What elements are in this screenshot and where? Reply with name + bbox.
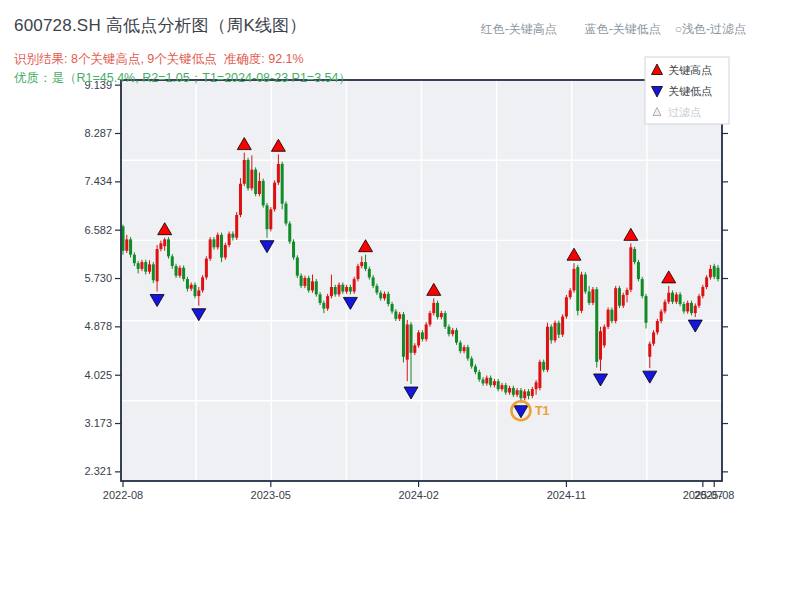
candle	[591, 287, 594, 305]
candle-body	[406, 324, 409, 359]
candle	[239, 178, 242, 217]
candle-body	[485, 378, 488, 384]
candle	[356, 264, 359, 282]
candle-body	[383, 294, 386, 299]
candle-body	[413, 345, 416, 352]
candle-body	[292, 242, 295, 258]
candle-body	[269, 209, 272, 229]
candle-body	[334, 287, 337, 294]
candle	[629, 243, 632, 292]
candle-body	[584, 275, 587, 292]
candle-body	[277, 164, 280, 183]
quality-line: 优质：是（R1=45.4%, R2=1.05；T1=2024-08-23 P1=…	[14, 70, 351, 87]
candle	[561, 314, 564, 337]
candle-body	[341, 285, 344, 292]
candle-body	[281, 164, 284, 204]
candle	[713, 264, 716, 279]
y-tick-label: 6.582	[84, 224, 112, 236]
candle-body	[546, 327, 549, 370]
candle-body	[644, 296, 647, 323]
candle-body	[432, 303, 435, 313]
candle	[584, 272, 587, 294]
candle-body	[322, 303, 325, 309]
candle	[353, 277, 356, 294]
candle-body	[610, 310, 613, 321]
x-tick-label: 2022-08	[103, 489, 143, 501]
kline-candlestick-chart: 9.1398.2877.4346.5825.7304.8784.0253.173…	[0, 0, 800, 600]
candle	[292, 239, 295, 259]
candle	[610, 307, 613, 323]
candle	[652, 330, 655, 346]
candle-body	[527, 391, 530, 396]
candle-body	[190, 285, 193, 289]
y-tick-label: 3.173	[84, 417, 112, 429]
candle-body	[648, 344, 651, 357]
candle-body	[591, 289, 594, 303]
candle-body	[713, 266, 716, 277]
candle	[614, 286, 617, 323]
candle-body	[402, 314, 405, 357]
candle-body	[516, 390, 519, 395]
candle-body	[569, 290, 572, 297]
candle	[618, 286, 621, 308]
candle-body	[470, 358, 473, 366]
candle-body	[137, 263, 140, 269]
candle-body	[273, 183, 276, 210]
candle-body	[459, 343, 462, 352]
candle	[182, 265, 185, 281]
legend-item-label: 关键高点	[668, 64, 712, 76]
candle-body	[394, 311, 397, 318]
y-tick-label: 7.434	[84, 175, 112, 187]
candle	[281, 162, 284, 210]
candle	[201, 275, 204, 293]
y-tick-label: 8.287	[84, 127, 112, 139]
candle-body	[660, 311, 663, 321]
candle-body	[595, 289, 598, 362]
candle-body	[565, 297, 568, 316]
candle	[402, 312, 405, 362]
candle-body	[694, 306, 697, 313]
candle-body	[201, 277, 204, 290]
candle-body	[345, 287, 348, 292]
candle-body	[428, 313, 431, 324]
candle-body	[444, 313, 447, 327]
y-tick-label: 4.878	[84, 320, 112, 332]
candle-body	[148, 264, 151, 271]
candle	[656, 319, 659, 335]
candle-body	[349, 287, 352, 292]
candle-body	[258, 181, 261, 194]
candle-body	[633, 249, 636, 262]
candle	[224, 243, 227, 260]
candle-body	[425, 324, 428, 339]
candle-body	[572, 269, 575, 291]
candle-body	[663, 302, 666, 312]
candle-body	[656, 321, 659, 332]
candle-body	[489, 378, 492, 385]
candle-body	[607, 310, 610, 327]
candle-body	[679, 294, 682, 304]
candle-body	[152, 264, 155, 280]
candle-body	[228, 234, 231, 245]
candle-body	[717, 268, 720, 279]
candle-body	[588, 292, 591, 303]
candle	[122, 225, 125, 255]
candle-body	[254, 170, 257, 194]
candle-body	[675, 294, 678, 301]
candle-body	[417, 332, 420, 345]
candle	[607, 307, 610, 329]
candle-body	[266, 205, 269, 229]
candle-body	[550, 327, 553, 341]
candle-body	[690, 303, 693, 313]
candle-body	[262, 181, 265, 205]
candle-body	[474, 366, 477, 372]
candle-body	[171, 256, 174, 266]
candle-body	[686, 303, 689, 312]
candle-body	[300, 276, 303, 286]
candle	[436, 301, 439, 320]
candle-body	[205, 259, 208, 278]
candle-body	[296, 258, 299, 276]
y-tick-label: 2.321	[84, 465, 112, 477]
candle	[254, 167, 257, 196]
candle	[129, 237, 132, 257]
candle	[152, 262, 155, 283]
